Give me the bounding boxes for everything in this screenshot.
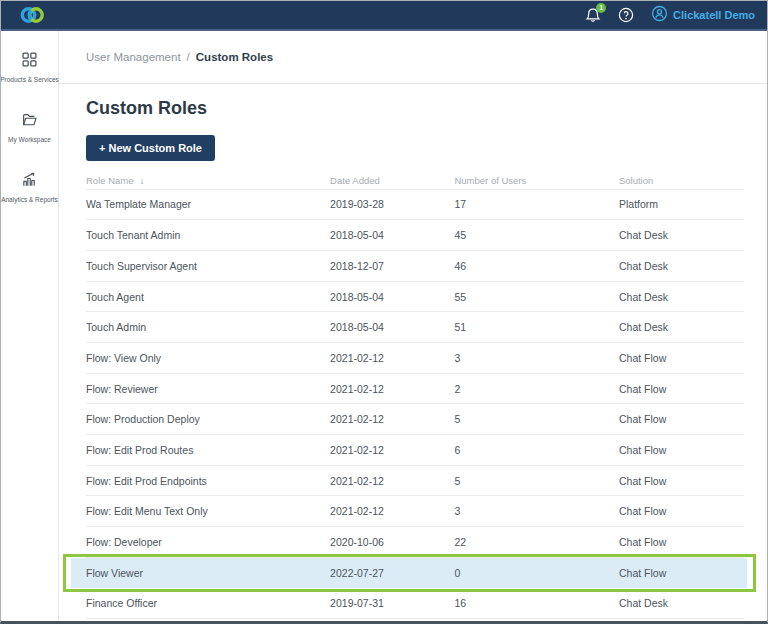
cell-date-added: 2019-07-31	[330, 597, 454, 609]
cell-number-of-users: 0	[454, 567, 619, 579]
sidebar: Products & Services My Workspace	[1, 31, 59, 620]
cell-number-of-users: 2	[454, 383, 619, 395]
cell-solution: Chat Flow	[619, 413, 744, 425]
cell-date-added: 2018-05-04	[330, 291, 454, 303]
table-row[interactable]: Flow: Edit Menu Text Only 2021-02-12 3 C…	[86, 496, 744, 527]
sidebar-item-analytics-reports[interactable]: Analytics & Reports	[1, 167, 58, 207]
breadcrumb-custom-roles: Custom Roles	[196, 51, 273, 63]
cell-role-name: Touch Tenant Admin	[86, 229, 330, 241]
cell-role-name: Flow: Reviewer	[86, 383, 330, 395]
column-header-role-name[interactable]: Role Name ↓	[86, 175, 330, 186]
help-icon[interactable]	[618, 7, 634, 23]
column-header-number-of-users[interactable]: Number of Users	[454, 175, 619, 186]
table-row[interactable]: Wa Template Manager 2019-03-28 17 Platfo…	[86, 190, 744, 221]
cell-role-name: Touch Admin	[86, 321, 330, 333]
sidebar-item-label: Analytics & Reports	[1, 196, 58, 203]
user-avatar-icon	[651, 5, 668, 26]
table-row[interactable]: Touch Admin 2018-05-04 51 Chat Desk	[86, 312, 744, 343]
cell-solution: Chat Desk	[619, 260, 744, 272]
bar-chart-icon	[21, 171, 38, 192]
folder-icon	[21, 111, 38, 132]
notifications-bell-icon[interactable]: 1	[585, 7, 601, 24]
new-custom-role-button[interactable]: + New Custom Role	[86, 135, 215, 161]
cell-date-added: 2021-02-12	[330, 383, 454, 395]
notification-badge: 1	[596, 3, 606, 13]
cell-number-of-users: 51	[454, 321, 619, 333]
user-menu[interactable]: Clickatell Demo	[651, 5, 755, 26]
custom-roles-table: Role Name ↓ Date Added Number of Users S…	[86, 172, 744, 620]
cell-solution: Chat Desk	[619, 597, 744, 609]
page-title: Custom Roles	[86, 98, 744, 120]
sort-descending-icon[interactable]: ↓	[140, 175, 145, 186]
cell-date-added: 2021-02-12	[330, 352, 454, 364]
cell-role-name: Flow: Edit Prod Endpoints	[86, 475, 330, 487]
cell-solution: Chat Flow	[619, 352, 744, 364]
cell-solution: Chat Desk	[619, 229, 744, 241]
cell-date-added: 2018-05-04	[330, 229, 454, 241]
table-row[interactable]: Touch Agent 2018-05-04 55 Chat Desk	[86, 282, 744, 313]
column-header-date-added[interactable]: Date Added	[330, 175, 454, 186]
table-row[interactable]: Touch Supervisor Agent 2018-12-07 46 Cha…	[86, 251, 744, 282]
cell-role-name: Flow Viewer	[86, 567, 330, 579]
table-row[interactable]: Flow: Edit Prod Endpoints 2021-02-12 5 C…	[86, 466, 744, 497]
cell-solution: Chat Desk	[619, 291, 744, 303]
cell-date-added: 2020-10-06	[330, 536, 454, 548]
cell-number-of-users: 5	[454, 413, 619, 425]
cell-date-added: 2019-03-28	[330, 198, 454, 210]
cell-number-of-users: 45	[454, 229, 619, 241]
table-row[interactable]: Flow: Reviewer 2021-02-12 2 Chat Flow	[86, 374, 744, 405]
breadcrumb: User Management / Custom Roles	[59, 31, 767, 84]
column-header-solution[interactable]: Solution	[619, 175, 744, 186]
cell-solution: Chat Flow	[619, 383, 744, 395]
cell-solution: Chat Flow	[619, 567, 744, 579]
sidebar-item-my-workspace[interactable]: My Workspace	[1, 107, 58, 147]
cell-solution: Platform	[619, 198, 744, 210]
cell-number-of-users: 16	[454, 597, 619, 609]
cell-role-name: Touch Supervisor Agent	[86, 260, 330, 272]
page-content: Custom Roles + New Custom Role Role Name…	[59, 84, 767, 619]
cell-role-name: Flow: Production Deploy	[86, 413, 330, 425]
table-row-highlighted[interactable]: Flow Viewer 2022-07-27 0 Chat Flow	[86, 558, 744, 589]
sidebar-item-label: Products & Services	[0, 76, 59, 83]
user-name: Clickatell Demo	[673, 9, 755, 21]
cell-date-added: 2021-02-12	[330, 505, 454, 517]
cell-role-name: Flow: Developer	[86, 536, 330, 548]
cell-solution: Chat Desk	[619, 321, 744, 333]
cell-date-added: 2022-07-27	[330, 567, 454, 579]
table-row[interactable]: Flow: Edit Prod Routes 2021-02-12 6 Chat…	[86, 435, 744, 466]
cell-solution: Chat Flow	[619, 444, 744, 456]
sidebar-item-products-services[interactable]: Products & Services	[1, 47, 58, 87]
clickatell-logo-icon[interactable]	[17, 5, 47, 25]
cell-solution: Chat Flow	[619, 536, 744, 548]
table-row[interactable]: Flow: Production Deploy 2021-02-12 5 Cha…	[86, 404, 744, 435]
cell-number-of-users: 17	[454, 198, 619, 210]
cell-role-name: Wa Template Manager	[86, 198, 330, 210]
cell-date-added: 2021-02-12	[330, 413, 454, 425]
table-row[interactable]: Flow: View Only 2021-02-12 3 Chat Flow	[86, 343, 744, 374]
table-row[interactable]: Touch Tenant Admin 2018-05-04 45 Chat De…	[86, 220, 744, 251]
cell-role-name: Flow: Edit Menu Text Only	[86, 505, 330, 517]
cell-number-of-users: 22	[454, 536, 619, 548]
cell-date-added: 2021-02-12	[330, 444, 454, 456]
table-header-row: Role Name ↓ Date Added Number of Users S…	[86, 172, 744, 190]
table-row[interactable]: Finance Officer 2019-07-31 16 Chat Desk	[86, 589, 744, 620]
sidebar-item-label: My Workspace	[8, 136, 51, 143]
topbar-actions: 1 Clickatell Demo	[585, 5, 755, 26]
topbar: 1 Clickatell Demo	[1, 1, 767, 31]
cell-role-name: Touch Agent	[86, 291, 330, 303]
cell-number-of-users: 6	[454, 444, 619, 456]
cell-number-of-users: 3	[454, 505, 619, 517]
main-area: User Management / Custom Roles Custom Ro…	[59, 31, 767, 620]
cell-number-of-users: 3	[454, 352, 619, 364]
cell-date-added: 2018-12-07	[330, 260, 454, 272]
breadcrumb-separator: /	[187, 51, 190, 63]
breadcrumb-user-management[interactable]: User Management	[86, 51, 181, 63]
cell-role-name: Finance Officer	[86, 597, 330, 609]
cell-number-of-users: 46	[454, 260, 619, 272]
cell-number-of-users: 5	[454, 475, 619, 487]
cell-role-name: Flow: Edit Prod Routes	[86, 444, 330, 456]
cell-number-of-users: 55	[454, 291, 619, 303]
cell-date-added: 2018-05-04	[330, 321, 454, 333]
cell-role-name: Flow: View Only	[86, 352, 330, 364]
table-row[interactable]: Flow: Developer 2020-10-06 22 Chat Flow	[86, 527, 744, 558]
